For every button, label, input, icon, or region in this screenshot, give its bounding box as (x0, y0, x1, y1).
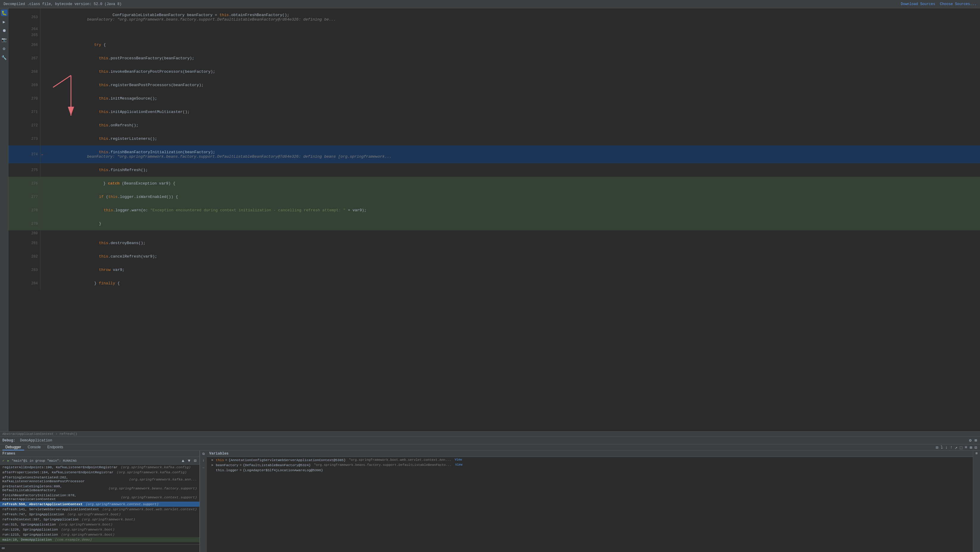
more-panel-icon[interactable]: … (201, 465, 206, 470)
vars-side-icon-1[interactable]: ⊞ (975, 451, 978, 455)
variables-header: Variables (207, 451, 973, 457)
list-item[interactable]: afterSingletonsInstantiated:262, KafkaLi… (0, 475, 199, 484)
run-sidebar-icon[interactable]: ▶ (1, 19, 8, 25)
frames-bottom-bar: ∞ (0, 544, 199, 552)
expand-right-icon[interactable]: ⊡ (974, 445, 978, 450)
var-key-this: this (216, 458, 224, 462)
restore-icon[interactable]: ⊞ (969, 445, 972, 450)
code-line-263: 263 ConfigurableListableBeanFactory bean… (8, 8, 980, 26)
breadcrumb-class[interactable]: AbstractApplicationContext (2, 432, 54, 436)
settings-sidebar-icon[interactable]: ⚙ (1, 45, 8, 52)
code-editor: 263 ConfigurableListableBeanFactory bean… (8, 8, 980, 431)
list-item[interactable]: refreshContext:397, SpringApplication (o… (0, 517, 199, 522)
var-key-logger: this.logger (216, 468, 239, 472)
step-over-icon[interactable]: ⤵ (940, 445, 943, 450)
list-item[interactable]: run:1226, SpringApplication (org.springf… (0, 527, 199, 532)
code-line-267: 267 this.postProcessBeanFactory(beanFact… (8, 52, 980, 65)
list-item[interactable]: finishBeanFactoryInitialization:878, Abs… (0, 493, 199, 502)
list-item[interactable]: run:1215, SpringApplication (org.springf… (0, 532, 199, 537)
frames-panel: Frames ✔ ▶ "main"@1 in group "main": RUN… (0, 451, 200, 552)
thread-checkmark: ✔ (2, 459, 5, 463)
code-line-268: 268 this.invokeBeanFactoryPostProcessors… (8, 65, 980, 78)
variable-beanFactory: ▶ beanFactory = {DefaultListableBeanFact… (207, 463, 973, 468)
debug-bar: Debug: DemoApplication ⚙ ⊞ (0, 437, 980, 444)
thread-name: "main"@1 in group "main": RUNNING (12, 459, 76, 463)
breakpoints-sidebar-icon[interactable]: ⏺ (1, 27, 8, 34)
code-line-264: 264 (8, 26, 980, 32)
list-item[interactable]: registerAllEndpoints:190, KafkaListenerE… (0, 465, 199, 470)
frames-header: Frames (0, 451, 199, 457)
breadcrumb: AbstractApplicationContext › refresh() (0, 431, 980, 437)
code-line-279: 279 } (8, 217, 980, 231)
code-line-270: 270 this.initMessageSource(); (8, 92, 980, 105)
frames-up-icon[interactable]: ▲ (181, 458, 185, 463)
frames-icon[interactable]: ≡ (964, 445, 968, 450)
camera-sidebar-icon[interactable]: 📷 (1, 37, 8, 43)
code-line-266: 266 try { (8, 38, 980, 52)
frames-down-icon[interactable]: ▼ (187, 458, 191, 463)
var-detail-this: "org.springframework.boot.web.servlet.co… (347, 458, 451, 462)
step-out-icon[interactable]: ↑ (949, 445, 953, 450)
expand-this-icon[interactable]: ▶ (212, 458, 215, 462)
top-bar: Decompiled .class file, bytecode version… (0, 0, 980, 8)
variables-panel: Variables ▶ this = {AnnotationConfigServ… (207, 451, 973, 552)
list-item-main[interactable]: main:10, DemoApplication (com.example.de… (0, 537, 199, 542)
list-item[interactable]: afterPropertiesSet:184, KafkaListenerEnd… (0, 470, 199, 475)
code-line-265: 265 (8, 32, 980, 38)
var-val-this: {AnnotationConfigServletWebServerApplica… (229, 458, 346, 462)
frames-list: registerAllEndpoints:190, KafkaListenerE… (0, 465, 199, 544)
tools-sidebar-icon[interactable]: 🔧 (1, 54, 8, 61)
list-item-active[interactable]: refresh:550, AbstractApplicationContext … (0, 502, 199, 507)
restore-frames-icon[interactable]: ⊟ (935, 445, 939, 450)
debug-sidebar-icon[interactable]: 🐛 (1, 10, 8, 16)
code-line-277: 277 if (this.logger.isWarnEnabled()) { (8, 190, 980, 204)
expand-beanfactory-icon[interactable]: ▶ (212, 463, 215, 467)
download-sources-link[interactable]: Download Sources (901, 2, 935, 6)
debug-label: Debug: (2, 438, 15, 442)
code-line-275: 275 this.finishRefresh(); (8, 163, 980, 177)
tab-console[interactable]: Console (25, 444, 44, 450)
infinity-icon[interactable]: ∞ (1, 546, 5, 551)
copy-panel-icon[interactable]: ⧉ (201, 451, 206, 457)
list-item[interactable]: preInstantiateSingletons:899, DefaultLis… (0, 484, 199, 493)
code-line-272: 272 this.onRefresh(); (8, 119, 980, 132)
list-item[interactable]: refresh:747, SpringApplication (org.spri… (0, 512, 199, 517)
step-into-icon[interactable]: ↓ (945, 445, 948, 450)
view-this-link[interactable]: View (455, 458, 462, 461)
thread-status: ▶ (8, 459, 10, 463)
list-item[interactable]: run:315, SpringApplication (org.springfr… (0, 522, 199, 527)
code-line-278: 278 this.logger.warn(o: "Exception encou… (8, 204, 980, 217)
debug-toolbar: ⚙ ⊞ (968, 437, 978, 443)
evaluate-icon[interactable]: ⬚ (959, 445, 963, 450)
thread-header: ✔ ▶ "main"@1 in group "main": RUNNING ▲ … (0, 457, 199, 465)
run-to-cursor-icon[interactable]: ↗ (955, 445, 958, 450)
var-key-beanfactory: beanFactory (216, 463, 239, 467)
frames-filter-icon[interactable]: ⊡ (193, 458, 197, 463)
expand-panel-icon[interactable]: ↕ (201, 458, 206, 463)
variable-this-logger: ▶ this.logger = {LogAdapter$Slf4jLocatio… (207, 468, 973, 473)
tab-debugger[interactable]: Debugger (2, 444, 24, 450)
debug-settings-icon[interactable]: ⚙ (968, 437, 972, 443)
expand-icon[interactable]: ⊞ (974, 437, 978, 443)
code-line-271: 271 this.initApplicationEventMulticaster… (8, 105, 980, 119)
tab-endpoints[interactable]: Endpoints (45, 444, 66, 450)
code-line-273: 273 this.registerListeners(); (8, 132, 980, 145)
code-line-276: 276 } catch (BeansException var9) { (8, 177, 980, 190)
var-val-beanfactory: {DefaultListableBeanFactory@5324} (243, 463, 311, 467)
breadcrumb-method[interactable]: refresh() (59, 432, 77, 436)
code-line-269: 269 this.registerBeanPostProcessors(bean… (8, 78, 980, 92)
variable-this: ▶ this = {AnnotationConfigServletWebServ… (207, 458, 973, 463)
bottom-panel: Frames ✔ ▶ "main"@1 in group "main": RUN… (0, 451, 980, 552)
file-info: Decompiled .class file, bytecode version… (3, 2, 122, 6)
var-val-logger: {LogAdapter$Slf4jLocationAwareLog@5396} (243, 468, 323, 472)
var-detail-beanfactory: "org.springframework.beans.factory.suppo… (312, 463, 452, 467)
debug-app-name: DemoApplication (20, 438, 52, 442)
code-line-274: 274 → this.finishBeanFactoryInitializati… (8, 145, 980, 163)
panel-side-icons: ⧉ ↕ … (200, 451, 207, 552)
code-table: 263 ConfigurableListableBeanFactory bean… (8, 8, 980, 290)
code-line-281: 281 this.destroyBeans(); (8, 236, 980, 250)
code-line-280: 280 (8, 231, 980, 236)
choose-sources-link[interactable]: Choose Sources... (940, 2, 977, 6)
list-item[interactable]: refresh:141, ServletWebServerApplication… (0, 507, 199, 512)
view-beanfactory-link[interactable]: View (455, 463, 462, 466)
